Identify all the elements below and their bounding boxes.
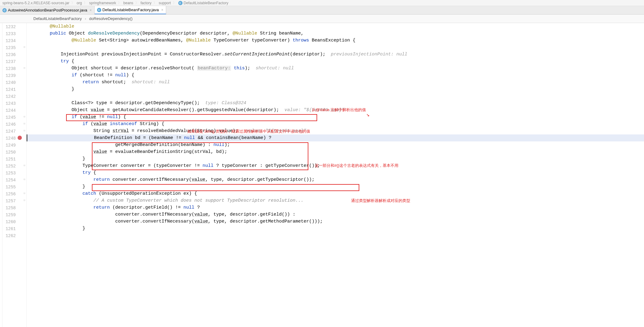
tab-label: AutowiredAnnotationBeanPostProcessor.jav… xyxy=(8,8,87,12)
code-token: Class<?> type = descriptor.getDependency… xyxy=(72,101,205,106)
code-token: catch xyxy=(82,191,96,196)
code-token: value xyxy=(82,114,96,120)
code-token: != xyxy=(96,114,107,120)
code-token: = getAutowireCandidateResolver().getSugg… xyxy=(104,107,279,113)
line-number: 1260 xyxy=(2,219,18,226)
code-token: Set<String> autowiredBeanNames, xyxy=(96,38,186,43)
fold-toggle-icon[interactable]: ⊟ xyxy=(23,164,26,167)
breadcrumb-sep-icon: 〉 xyxy=(173,0,176,5)
code-line[interactable]: } xyxy=(27,155,644,162)
code-token: value xyxy=(194,212,208,217)
project-breadcrumb: spring-beans-5.2.x.RELEASE-sources.jar 〉… xyxy=(0,0,644,6)
line-number: 1256 xyxy=(2,191,18,198)
code-line[interactable]: value = evaluateBeanDefinitionString(str… xyxy=(27,148,644,155)
code-line[interactable]: converter.convertIfNecessary(value, type… xyxy=(27,211,644,218)
code-line[interactable]: InjectionPoint previousInjectionPoint = … xyxy=(27,51,644,58)
close-icon[interactable]: × xyxy=(90,8,92,12)
line-number: 1253 xyxy=(2,170,18,177)
code-token: null xyxy=(203,163,213,168)
code-content[interactable]: @Nullable public Object doResolveDepende… xyxy=(27,23,644,327)
code-line[interactable]: BeanDefinition bd = (beanName != null &&… xyxy=(27,134,644,141)
close-icon[interactable]: × xyxy=(161,8,163,12)
line-number: 1239 xyxy=(2,72,18,79)
breadcrumb-part: springframework xyxy=(89,1,116,5)
code-line[interactable]: } xyxy=(27,225,644,232)
breadcrumb-sep-icon: 〉 xyxy=(84,0,87,5)
code-token: null xyxy=(107,114,118,120)
code-line[interactable]: if (value != null) { xyxy=(27,114,644,121)
code-line[interactable] xyxy=(27,93,644,100)
fold-toggle-icon[interactable]: ⊟ xyxy=(23,46,26,49)
code-token: , type, descriptor.getMethodParameter())… xyxy=(208,219,323,224)
code-line[interactable]: return shortcut; shortcut: null xyxy=(27,79,644,86)
code-token: value xyxy=(93,121,107,127)
line-number: 1250 xyxy=(2,149,18,156)
fold-toggle-icon[interactable]: ⊟ xyxy=(23,123,26,125)
code-token: , type, descriptor.getField()) : xyxy=(208,212,295,217)
fold-toggle-icon[interactable]: ⊟ xyxy=(23,192,26,195)
code-token: beanFactory: xyxy=(197,66,231,71)
fold-gutter[interactable]: ⊟⊟⊟⊟⊟⊟⊟⊟⊟ xyxy=(22,23,27,327)
code-line[interactable]: // A custom TypeConverter which does not… xyxy=(27,197,644,204)
line-number: 1261 xyxy=(2,226,18,233)
code-line[interactable]: return converter.convertIfNecessary(valu… xyxy=(27,176,644,183)
code-token: shortcut: null xyxy=(256,66,294,71)
code-line[interactable]: converter.convertIfNecessary(value, type… xyxy=(27,218,644,225)
code-line[interactable]: return (descriptor.getField() != null ? xyxy=(27,204,644,211)
code-token: @Nullable xyxy=(233,31,257,36)
code-line[interactable] xyxy=(27,44,644,51)
code-token xyxy=(107,121,110,127)
editor-tabs: C AutowiredAnnotationBeanPostProcessor.j… xyxy=(0,6,644,15)
code-line[interactable]: if (value instanceof String) { xyxy=(27,121,644,127)
code-token: } xyxy=(82,156,85,161)
line-number: 1243 xyxy=(2,100,18,107)
line-number: 1255 xyxy=(2,184,18,191)
fold-toggle-icon[interactable]: ⊟ xyxy=(23,67,26,70)
code-token: shortcut: null xyxy=(132,80,170,85)
code-token: Object xyxy=(72,107,91,113)
breadcrumb-jar: spring-beans-5.2.x.RELEASE-sources.jar xyxy=(2,1,69,5)
code-token: Object shortcut = descriptor.resolveShor… xyxy=(72,66,197,71)
code-line[interactable]: getMergedBeanDefinition(beanName) : null… xyxy=(27,141,644,148)
code-line[interactable]: } xyxy=(27,183,644,190)
fold-toggle-icon[interactable]: ⊟ xyxy=(23,116,26,118)
code-token: null xyxy=(183,205,194,210)
code-token: @Nullable xyxy=(50,24,74,29)
code-line[interactable] xyxy=(27,232,644,239)
code-editor[interactable]: 1232123312341235123612371238123912401241… xyxy=(0,23,644,327)
breakpoint-icon[interactable] xyxy=(18,136,22,140)
code-token: shortcut; xyxy=(99,80,132,85)
code-token: instanceof xyxy=(110,121,137,127)
code-line[interactable]: try { xyxy=(27,58,644,65)
breakpoint-gutter[interactable] xyxy=(18,23,22,327)
code-token: public xyxy=(50,31,66,36)
code-line[interactable]: if (shortcut != null) { xyxy=(27,72,644,79)
code-line[interactable]: public Object doResolveDependency(Depend… xyxy=(27,30,644,37)
fold-toggle-icon[interactable]: ⊟ xyxy=(23,178,26,181)
code-token: null xyxy=(213,142,224,147)
code-token: getMergedBeanDefinition(beanName) : xyxy=(115,142,213,147)
code-line[interactable]: try { xyxy=(27,169,644,176)
tab-autowired[interactable]: C AutowiredAnnotationBeanPostProcessor.j… xyxy=(0,6,95,14)
code-line[interactable]: @Nullable xyxy=(27,23,644,30)
code-token: { xyxy=(69,59,74,64)
code-token: if xyxy=(72,73,77,78)
breadcrumb-sep-icon: 〉 xyxy=(118,0,122,5)
code-token: TypeConverter typeConverter) xyxy=(211,38,293,43)
breadcrumb-part: support xyxy=(159,1,171,5)
breadcrumb-class: DefaultListableBeanFactory xyxy=(184,1,228,5)
crumb-class[interactable]: DefaultListableBeanFactory xyxy=(33,16,82,21)
fold-toggle-icon[interactable]: ⊟ xyxy=(23,199,26,202)
line-number: 1232 xyxy=(2,24,18,31)
code-line[interactable]: Class<?> type = descriptor.getDependency… xyxy=(27,100,644,107)
code-line[interactable]: @Nullable Set<String> autowiredBeanNames… xyxy=(27,37,644,44)
code-token: , type, descriptor.getTypeDescriptor()); xyxy=(205,177,314,182)
code-line[interactable]: catch (UnsupportedOperationException ex)… xyxy=(27,190,644,197)
line-number: 1246 xyxy=(2,121,18,128)
tab-defaultlistable[interactable]: C DefaultListableBeanFactory.java × xyxy=(95,6,166,14)
code-line[interactable]: } xyxy=(27,86,644,93)
crumb-method[interactable]: doResolveDependency() xyxy=(89,16,132,21)
fold-toggle-icon[interactable]: ⊟ xyxy=(23,130,26,132)
code-line[interactable]: String strVal = resolveEmbeddedValue((St… xyxy=(27,127,644,134)
code-line[interactable]: Object shortcut = descriptor.resolveShor… xyxy=(27,65,644,72)
